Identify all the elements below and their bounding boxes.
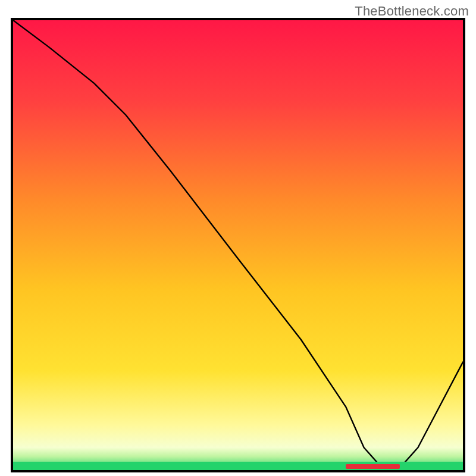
optimal-range-marker (346, 464, 400, 469)
root: TheBottleneck.com (0, 0, 476, 476)
curve-path (13, 20, 463, 468)
chart-plot-area (13, 20, 463, 470)
bottleneck-curve (13, 20, 463, 470)
chart-frame (11, 18, 465, 472)
watermark-text: TheBottleneck.com (355, 4, 469, 19)
